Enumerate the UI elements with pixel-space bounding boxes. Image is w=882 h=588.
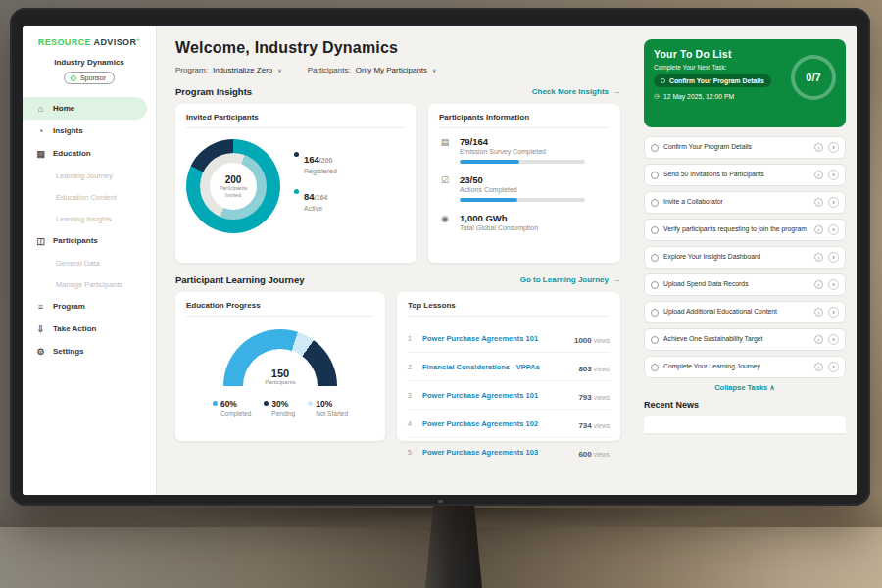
- sidebar-item[interactable]: ⚙ Settings: [23, 340, 156, 363]
- sidebar-item[interactable]: Learning Journey: [23, 165, 156, 186]
- sidebar-item[interactable]: General Data: [23, 252, 156, 273]
- sidebar-item-label: Learning Insights: [56, 215, 112, 223]
- program-filter-label: Program:: [175, 66, 208, 74]
- lesson-row: 4 Power Purchase Agreements 102 734views: [408, 410, 610, 438]
- sidebar-item-label: Education Content: [56, 193, 117, 202]
- task-label: Upload Additional Educational Content: [663, 308, 809, 317]
- collapse-tasks-link[interactable]: Collapse Tasks ∧: [644, 383, 846, 392]
- invited-participants-card: Invited Participants 200 Participants In…: [175, 104, 416, 263]
- task-checkbox[interactable]: [651, 309, 659, 317]
- donut-center-value: 200: [225, 174, 242, 185]
- donut-center: 200 Participants Invited: [210, 163, 257, 210]
- participants-filter[interactable]: Participants: Only My Participants ∨: [308, 66, 437, 74]
- info-icon[interactable]: i: [814, 363, 823, 371]
- task-row[interactable]: Verify participants requesting to join t…: [644, 219, 846, 241]
- chevron-right-icon[interactable]: ›: [828, 224, 839, 235]
- task-checkbox[interactable]: [651, 172, 659, 179]
- sidebar-item[interactable]: ⌂ Home: [23, 97, 147, 120]
- info-icon[interactable]: i: [814, 308, 823, 317]
- info-icon[interactable]: i: [814, 335, 823, 344]
- chevron-right-icon[interactable]: ›: [828, 170, 839, 180]
- task-row[interactable]: Upload Spend Data Records i ›: [644, 273, 846, 296]
- lesson-link[interactable]: Power Purchase Agreements 101: [422, 334, 567, 343]
- task-row[interactable]: Invite a Collaborator i ›: [644, 191, 846, 214]
- task-label: Complete Your Learning Journey: [663, 363, 809, 371]
- legend-total: /200: [319, 157, 333, 164]
- go-to-learning-journey-link[interactable]: Go to Learning Journey →: [520, 275, 620, 284]
- next-task-pill[interactable]: Confirm Your Program Details: [654, 74, 771, 87]
- gauge-legend-label: Not Started: [316, 410, 348, 416]
- legend-item: 84/164 Active: [294, 186, 337, 212]
- gauge-center: 150 Participants: [223, 368, 337, 385]
- task-checkbox[interactable]: [651, 226, 659, 234]
- program-filter[interactable]: Program: Industrialize Zero ∨: [175, 66, 282, 74]
- invited-donut-chart: 200 Participants Invited: [186, 139, 280, 233]
- nav-icon: ⌂: [35, 104, 46, 114]
- learning-journey-cards: Education Progress 150 Participants: [175, 292, 620, 441]
- info-icon[interactable]: i: [814, 280, 823, 289]
- lesson-link[interactable]: Power Purchase Agreements 102: [422, 419, 571, 428]
- lesson-views-count: 1000: [574, 336, 592, 345]
- task-checkbox[interactable]: [651, 199, 659, 207]
- gauge-legend-item: 30% Pending: [264, 399, 295, 416]
- chevron-right-icon[interactable]: ›: [828, 307, 839, 318]
- sidebar-item[interactable]: ⇩ Take Action: [23, 318, 156, 340]
- sidebar-item[interactable]: ◔ Insights: [23, 120, 156, 142]
- chevron-down-icon: ∨: [432, 67, 436, 74]
- lesson-link[interactable]: Financial Considerations - VPPAs: [422, 363, 571, 371]
- chevron-right-icon[interactable]: ›: [828, 197, 839, 208]
- lesson-rank: 4: [408, 420, 416, 427]
- sidebar-item-label: Settings: [53, 347, 84, 356]
- chevron-right-icon[interactable]: ›: [828, 362, 839, 372]
- main-content: Welcome, Industry Dynamics Program: Indu…: [157, 26, 634, 495]
- task-row[interactable]: Achieve One Sustainability Target i ›: [644, 328, 846, 351]
- todo-card: Your To Do List Complete Your Next Task:…: [644, 39, 846, 127]
- task-row[interactable]: Send 50 Invitations to Participants i ›: [644, 164, 846, 186]
- info-icon[interactable]: i: [814, 198, 823, 207]
- task-checkbox[interactable]: [651, 364, 659, 371]
- info-icon[interactable]: i: [814, 225, 823, 234]
- gauge-legend-label: Pending: [271, 410, 295, 416]
- sidebar-item[interactable]: Learning Insights: [23, 208, 156, 229]
- sidebar-item[interactable]: ◫ Participants: [23, 229, 156, 252]
- sidebar-item[interactable]: Manage Participants: [23, 273, 156, 295]
- task-checkbox[interactable]: [651, 336, 659, 344]
- sponsor-badge: Sponsor: [64, 72, 115, 84]
- monitor: RESOURCE ADVISOR+ Industry Dynamics Spon…: [10, 8, 870, 506]
- task-row[interactable]: Confirm Your Program Details i ›: [644, 136, 846, 159]
- legend-label: Registered: [304, 168, 337, 174]
- gauge-legend-dot: [308, 401, 313, 406]
- task-checkbox[interactable]: [651, 281, 659, 289]
- lesson-row: 2 Financial Considerations - VPPAs 803vi…: [408, 353, 610, 381]
- arrow-right-icon: →: [612, 87, 620, 96]
- chevron-right-icon[interactable]: ›: [828, 252, 839, 263]
- chevron-right-icon[interactable]: ›: [828, 279, 839, 290]
- task-row[interactable]: Complete Your Learning Journey i ›: [644, 356, 846, 378]
- lesson-link[interactable]: Power Purchase Agreements 103: [422, 448, 571, 457]
- sidebar-item[interactable]: ≡ Program: [23, 295, 156, 318]
- sidebar-item[interactable]: Education Content: [23, 186, 156, 208]
- chevron-right-icon[interactable]: ›: [828, 142, 839, 153]
- task-checkbox[interactable]: [651, 254, 659, 262]
- info-icon[interactable]: i: [814, 253, 823, 262]
- gauge-center-value: 150: [223, 368, 337, 379]
- todo-progress-ring: 0/7: [791, 55, 836, 100]
- task-checkbox[interactable]: [651, 144, 659, 152]
- top-lessons-card: Top Lessons 1 Power Purchase Agreements …: [397, 292, 620, 441]
- nav-icon: ▤: [35, 149, 46, 159]
- info-icon[interactable]: i: [814, 143, 823, 152]
- learning-journey-title: Participant Learning Journey: [175, 274, 304, 285]
- task-label: Achieve One Sustainability Target: [663, 335, 809, 344]
- task-label: Send 50 Invitations to Participants: [663, 171, 809, 179]
- sidebar-item[interactable]: ▤ Education: [23, 142, 156, 165]
- info-icon[interactable]: i: [814, 171, 823, 179]
- task-row[interactable]: Explore Your Insights Dashboard i ›: [644, 246, 846, 269]
- task-row[interactable]: Upload Additional Educational Content i …: [644, 301, 846, 323]
- monitor-stand: [425, 504, 482, 588]
- check-more-insights-link[interactable]: Check More Insights →: [532, 87, 620, 96]
- stat-progress-bar: [460, 198, 585, 202]
- chevron-right-icon[interactable]: ›: [828, 334, 839, 345]
- lesson-link[interactable]: Power Purchase Agreements 101: [422, 391, 571, 400]
- recent-news-title: Recent News: [644, 400, 846, 410]
- participants-filter-value: Only My Participants: [356, 66, 427, 74]
